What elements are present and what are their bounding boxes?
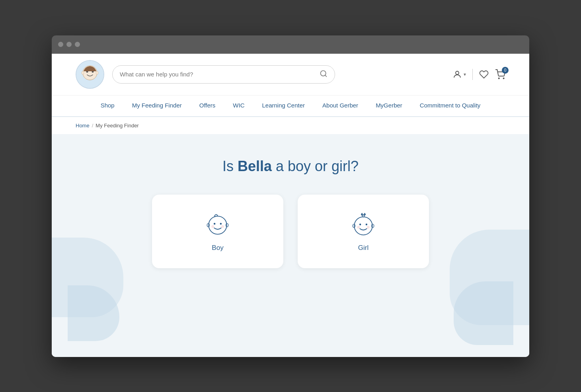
cart-button[interactable]: 0 — [495, 69, 505, 80]
wishlist-button[interactable] — [479, 70, 489, 79]
svg-point-27 — [367, 226, 370, 229]
page: ▾ 0 Shop — [52, 54, 529, 357]
nav-item-mygerber[interactable]: MyGerber — [374, 96, 404, 116]
breadcrumb-separator: / — [92, 123, 94, 129]
breadcrumb-current: My Feeding Finder — [96, 123, 138, 129]
question-suffix: a boy or girl? — [272, 158, 359, 174]
svg-point-4 — [82, 71, 84, 74]
svg-line-7 — [325, 75, 327, 76]
nav-item-about-gerber[interactable]: About Gerber — [321, 96, 360, 116]
search-bar[interactable] — [112, 65, 335, 84]
svg-point-14 — [214, 223, 215, 224]
question-prefix: Is — [222, 158, 238, 174]
browser-titlebar — [52, 35, 529, 54]
header-icons: ▾ 0 — [452, 69, 505, 80]
svg-point-15 — [220, 223, 222, 224]
svg-point-17 — [221, 225, 224, 228]
svg-point-9 — [499, 78, 499, 78]
wave-decoration-right2 — [454, 281, 513, 345]
account-button[interactable]: ▾ — [452, 70, 466, 79]
svg-point-5 — [96, 71, 98, 74]
svg-point-24 — [359, 224, 361, 225]
boy-card[interactable]: Boy — [152, 195, 283, 268]
nav-item-feeding-finder[interactable]: My Feeding Finder — [131, 96, 183, 116]
boy-face-icon — [204, 211, 232, 238]
account-icon — [452, 70, 462, 79]
breadcrumb: Home / My Feeding Finder — [52, 117, 529, 134]
nav-item-learning-center[interactable]: Learning Center — [260, 96, 306, 116]
browser-dot-yellow — [66, 42, 72, 47]
logo-image — [76, 60, 104, 89]
header: ▾ 0 — [52, 54, 529, 96]
main-content: Is Bella a boy or girl? — [52, 134, 529, 357]
svg-point-16 — [211, 225, 214, 228]
search-input[interactable] — [120, 71, 316, 78]
gender-cards-row: Boy — [76, 195, 505, 268]
cart-count-badge: 0 — [502, 67, 509, 74]
svg-point-25 — [366, 224, 367, 225]
browser-dot-green — [75, 42, 80, 47]
search-icon — [320, 70, 328, 79]
nav-item-offers[interactable]: Offers — [198, 96, 217, 116]
header-divider — [472, 69, 473, 80]
girl-face-icon — [349, 211, 377, 238]
baby-name: Bella — [238, 158, 272, 174]
browser-dot-red — [58, 42, 63, 47]
svg-point-18 — [354, 217, 372, 235]
svg-point-8 — [456, 71, 459, 74]
svg-point-11 — [209, 216, 227, 234]
account-chevron: ▾ — [464, 72, 466, 77]
nav-item-commitment[interactable]: Commitment to Quality — [418, 96, 482, 116]
nav-item-shop[interactable]: Shop — [99, 96, 116, 116]
browser-window: ▾ 0 Shop — [52, 35, 529, 357]
breadcrumb-home[interactable]: Home — [76, 123, 90, 129]
boy-label: Boy — [212, 244, 223, 252]
svg-point-26 — [357, 226, 360, 229]
nav-item-wic[interactable]: WIC — [231, 96, 246, 116]
logo-area[interactable] — [76, 60, 104, 89]
svg-point-10 — [503, 78, 504, 78]
gerber-baby-logo — [76, 61, 103, 88]
main-navigation: Shop My Feeding Finder Offers WIC Learni… — [52, 96, 529, 117]
girl-label: Girl — [358, 244, 368, 252]
heart-icon — [479, 70, 489, 79]
girl-card[interactable]: Girl — [298, 195, 429, 268]
question-heading: Is Bella a boy or girl? — [76, 158, 505, 175]
